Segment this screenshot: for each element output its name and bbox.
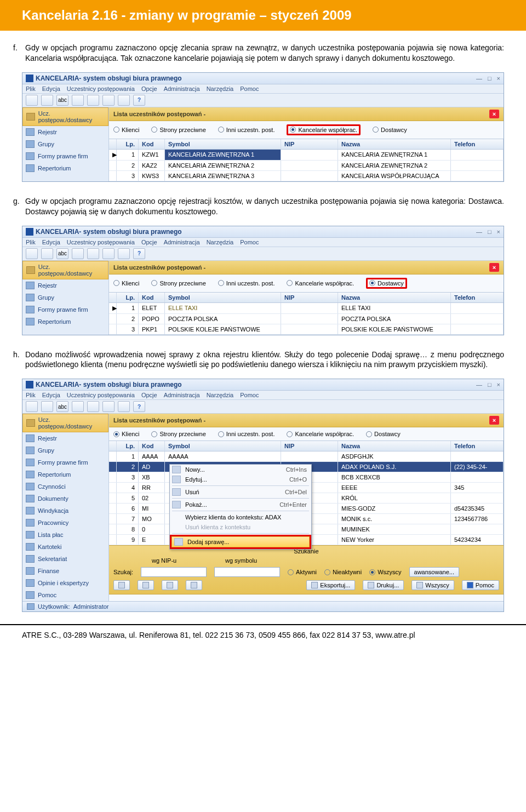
toolbar-btn-3[interactable]: abc (56, 95, 68, 106)
radio-inni[interactable]: Inni uczestn. post. (218, 127, 275, 133)
radio-nieaktywni[interactable]: Nieaktywni (324, 569, 362, 575)
toolbar-btn-6[interactable] (102, 248, 115, 259)
radio-kancelarie[interactable]: Kancelarie współprac. (287, 431, 354, 437)
radio-inni[interactable]: Inni uczestn. post. (218, 431, 275, 437)
table-row[interactable]: 3PKP1POLSKIE KOLEJE PAŃSTWOWEPOLSKIE KOL… (109, 324, 504, 335)
menu-edycja[interactable]: Edycja (42, 85, 60, 92)
sidebar-dokumenty[interactable]: Dokumenty (22, 493, 108, 505)
menu-uczestnicy[interactable]: Uczestnicy postępowania (67, 392, 135, 398)
ctx-dodaj-sprawe[interactable]: Dodaj sprawę... (171, 536, 310, 547)
help-button[interactable]: Pomoc (462, 580, 499, 590)
radio-klienci[interactable]: Klienci (113, 431, 139, 437)
sidebar-rejestr[interactable]: Rejestr (22, 279, 108, 291)
toolbar-help-icon[interactable]: ? (133, 248, 145, 259)
col-symbol[interactable]: Symbol (165, 139, 281, 149)
sidebar-lista-plac[interactable]: Lista płac (22, 529, 108, 541)
toolbar-btn-5[interactable] (87, 95, 99, 106)
menu-pomoc[interactable]: Pomoc (240, 392, 259, 398)
toolbar-btn-1[interactable] (26, 401, 38, 412)
export-button[interactable]: Eksportuj... (306, 580, 355, 590)
col-nazwa[interactable]: Nazwa (338, 441, 451, 451)
radio-klienci[interactable]: Klienci (113, 280, 139, 287)
nav-last-button[interactable] (186, 580, 202, 590)
close-icon[interactable]: × (497, 75, 500, 82)
col-nip[interactable]: NIP (281, 441, 338, 451)
sidebar-formy[interactable]: Formy prawne firm (22, 456, 108, 468)
sidebar-windykacja[interactable]: Windykacja (22, 505, 108, 517)
menu-plik[interactable]: Plik (26, 239, 36, 245)
sidebar-head[interactable]: Ucz. postępow./dostawcy (22, 107, 108, 126)
table-row[interactable]: 1AAAAAAAAAASDFGHJK (109, 451, 504, 462)
sidebar-finanse[interactable]: Finanse (22, 565, 108, 577)
menu-opcje[interactable]: Opcje (141, 239, 157, 245)
col-lp[interactable]: Lp. (117, 441, 139, 451)
col-telefon[interactable]: Telefon (451, 441, 504, 451)
sidebar-repertorium[interactable]: Repertorium (22, 316, 108, 328)
search-nip-input[interactable] (141, 567, 207, 577)
sidebar-sekretariat[interactable]: Sekretariat (22, 553, 108, 565)
toolbar-btn-4[interactable] (72, 401, 84, 412)
col-symbol[interactable]: Symbol (165, 441, 281, 451)
menu-edycja[interactable]: Edycja (42, 392, 60, 398)
tab-close-icon[interactable]: × (489, 416, 499, 425)
col-kod[interactable]: Kod (139, 293, 165, 302)
toolbar-btn-6[interactable] (102, 401, 115, 412)
sidebar-opinie[interactable]: Opinie i ekspertyzy (22, 577, 108, 589)
menu-opcje[interactable]: Opcje (141, 85, 157, 92)
col-nazwa[interactable]: Nazwa (338, 139, 451, 149)
minimize-icon[interactable]: — (476, 75, 482, 82)
radio-strony[interactable]: Strony przeciwne (151, 280, 205, 287)
radio-kancelarie[interactable]: Kancelarie współprac. (290, 127, 357, 133)
sidebar-rejestr[interactable]: Rejestr (22, 126, 108, 138)
toolbar-btn-5[interactable] (87, 401, 99, 412)
nav-first-button[interactable] (113, 580, 130, 590)
sidebar-formy[interactable]: Formy prawne firm (22, 150, 108, 162)
sidebar-repertorium[interactable]: Repertorium (22, 468, 108, 481)
tab-close-icon[interactable]: × (489, 263, 499, 272)
toolbar-btn-3[interactable]: abc (56, 248, 68, 259)
radio-aktywni[interactable]: Aktywni (288, 569, 317, 575)
ctx-nowy[interactable]: Nowy...Ctrl+Ins (170, 465, 311, 474)
table-row[interactable]: 2POPOPOCZTA POLSKAPOCZTA POLSKA (109, 314, 504, 324)
toolbar-btn-6[interactable] (102, 95, 115, 106)
radio-dostawcy[interactable]: Dostawcy (366, 431, 401, 437)
print-button[interactable]: Drukuj... (363, 580, 404, 590)
maximize-icon[interactable]: □ (488, 228, 491, 235)
radio-strony[interactable]: Strony przeciwne (151, 431, 205, 437)
toolbar-btn-7[interactable] (118, 401, 130, 412)
minimize-icon[interactable]: — (476, 381, 482, 388)
toolbar-btn-2[interactable] (41, 248, 53, 259)
radio-dostawcy[interactable]: Dostawcy (373, 127, 407, 133)
maximize-icon[interactable]: □ (488, 75, 491, 82)
toolbar-btn-4[interactable] (72, 248, 84, 259)
table-row[interactable]: ▶1ELETELLE TAXIELLE TAXI (109, 303, 504, 314)
sidebar-grupy[interactable]: Grupy (22, 444, 108, 456)
col-lp[interactable]: Lp. (117, 293, 139, 302)
col-telefon[interactable]: Telefon (451, 139, 504, 149)
menu-administracja[interactable]: Administracja (164, 85, 200, 92)
maximize-icon[interactable]: □ (488, 381, 491, 388)
tab-close-icon[interactable]: × (489, 110, 499, 118)
col-nip[interactable]: NIP (281, 293, 338, 302)
toolbar-btn-2[interactable] (41, 401, 53, 412)
col-symbol[interactable]: Symbol (165, 293, 281, 302)
toolbar-help-icon[interactable]: ? (133, 95, 145, 106)
menu-opcje[interactable]: Opcje (141, 392, 157, 398)
ctx-wybierz-klienta[interactable]: Wybierz klienta do kontekstu: ADAX (170, 512, 311, 522)
toolbar-btn-4[interactable] (72, 95, 84, 106)
close-icon[interactable]: × (497, 228, 500, 235)
toolbar-btn-5[interactable] (87, 248, 99, 259)
radio-wszyscy[interactable]: Wszyscy (369, 569, 401, 575)
menu-administracja[interactable]: Administracja (164, 239, 200, 245)
radio-dostawcy[interactable]: Dostawcy (369, 280, 404, 287)
col-nip[interactable]: NIP (281, 139, 338, 149)
menu-narzedzia[interactable]: Narzędzia (207, 85, 234, 92)
toolbar-btn-3[interactable]: abc (56, 401, 68, 412)
all-button[interactable]: Wszyscy (411, 580, 454, 590)
toolbar-btn-7[interactable] (118, 248, 130, 259)
radio-strony[interactable]: Strony przeciwne (151, 127, 205, 133)
radio-inni[interactable]: Inni uczestn. post. (218, 280, 275, 287)
table-row[interactable]: 2KAZ2KANCELARIA ZEWNĘTRZNA 2KANCELARIA Z… (109, 161, 504, 171)
menu-pomoc[interactable]: Pomoc (240, 239, 259, 245)
advanced-button[interactable]: awansowane... (409, 567, 459, 577)
